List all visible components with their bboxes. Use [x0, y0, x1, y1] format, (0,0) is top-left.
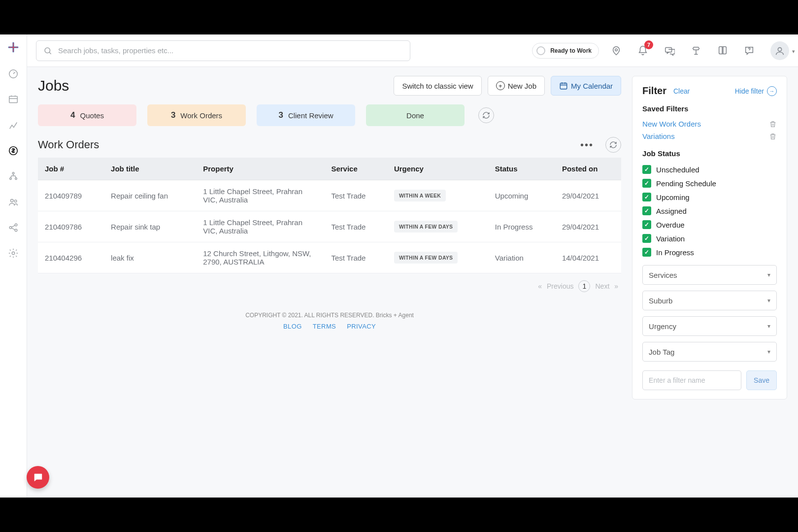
col-service[interactable]: Service — [324, 158, 387, 180]
status-label: Pending Schedule — [656, 179, 716, 188]
status-checkbox-row[interactable]: ✓Assigned — [642, 204, 777, 218]
urgency-dropdown[interactable]: Urgency▾ — [642, 316, 777, 336]
status-checkbox-row[interactable]: ✓Overdue — [642, 218, 777, 232]
nav-settings-icon[interactable] — [7, 247, 19, 259]
messages-icon[interactable] — [660, 41, 679, 60]
chevron-down-icon: ▾ — [767, 348, 770, 355]
status-dot-icon — [536, 46, 545, 55]
col-status[interactable]: Status — [488, 158, 555, 180]
status-label: Unscheduled — [656, 166, 699, 174]
chevron-down-icon: ▾ — [767, 297, 770, 304]
cell-property: 12 Church Street, Lithgow, NSW, 2790, AU… — [196, 242, 324, 273]
filter-clear-link[interactable]: Clear — [673, 87, 690, 95]
ready-to-work-toggle[interactable]: Ready to Work — [532, 43, 599, 59]
footer-privacy-link[interactable]: PRIVACY — [347, 323, 376, 330]
chevron-down-icon: ▾ — [792, 48, 795, 55]
switch-classic-button[interactable]: Switch to classic view — [394, 76, 481, 96]
col-job-title[interactable]: Job title — [104, 158, 196, 180]
cell-job-title: Repair ceiling fan — [104, 180, 196, 211]
nav-dashboard-icon[interactable] — [7, 68, 19, 80]
search-box[interactable] — [36, 40, 410, 61]
status-checkbox-row[interactable]: ✓In Progress — [642, 245, 777, 259]
svg-point-15 — [778, 47, 781, 51]
pager-page-1[interactable]: 1 — [578, 280, 590, 292]
footer-blog-link[interactable]: BLOG — [283, 323, 302, 330]
jobs-table: Job # Job title Property Service Urgency… — [38, 158, 621, 273]
checkbox-checked-icon: ✓ — [642, 165, 651, 174]
saved-filters-heading: Saved Filters — [642, 104, 777, 113]
pagination: « Previous 1 Next » — [38, 273, 621, 299]
refresh-tabs-button[interactable] — [478, 107, 494, 123]
checkbox-checked-icon: ✓ — [642, 206, 651, 215]
cell-posted: 29/04/2021 — [555, 180, 621, 211]
checkbox-checked-icon: ✓ — [642, 220, 651, 229]
help-icon[interactable] — [740, 41, 759, 60]
milestone-icon[interactable] — [687, 41, 705, 60]
nav-reports-icon[interactable] — [7, 119, 19, 131]
col-job-no[interactable]: Job # — [38, 158, 104, 180]
checkbox-checked-icon: ✓ — [642, 193, 651, 201]
tab-quotes[interactable]: 4Quotes — [38, 104, 136, 126]
svg-point-6 — [11, 200, 14, 202]
my-calendar-button[interactable]: My Calendar — [551, 76, 621, 96]
nav-jobs-icon[interactable] — [7, 94, 19, 105]
delete-filter-button[interactable] — [769, 133, 777, 140]
table-row[interactable]: 210409786Repair sink tap1 Little Chapel … — [38, 211, 621, 242]
location-icon[interactable] — [607, 41, 626, 60]
hide-filter-link[interactable]: Hide filter → — [735, 86, 777, 96]
status-label: Variation — [656, 234, 685, 243]
nav-finance-icon[interactable] — [7, 145, 19, 157]
nav-contacts-icon[interactable] — [7, 196, 19, 208]
notification-badge: 7 — [644, 40, 653, 49]
more-options-button[interactable]: ••• — [580, 139, 594, 151]
save-filter-button[interactable]: Save — [746, 370, 777, 390]
pager-prev[interactable]: Previous — [547, 282, 573, 290]
svg-point-4 — [10, 178, 12, 180]
saved-filter-link[interactable]: New Work Orders — [642, 120, 701, 128]
filter-name-input[interactable] — [642, 370, 741, 390]
col-property[interactable]: Property — [196, 158, 324, 180]
filter-title: Filter — [642, 85, 666, 97]
chevron-down-icon: ▾ — [767, 323, 770, 330]
knowledge-icon[interactable] — [713, 41, 732, 60]
svg-point-5 — [15, 178, 17, 180]
table-row[interactable]: 210409789Repair ceiling fan1 Little Chap… — [38, 180, 621, 211]
cell-service: Test Trade — [324, 242, 387, 273]
nav-org-icon[interactable] — [7, 170, 19, 182]
cell-job-no: 210409789 — [38, 180, 104, 211]
user-menu[interactable]: ▾ — [770, 41, 789, 60]
status-checkbox-row[interactable]: ✓Variation — [642, 232, 777, 245]
chat-widget[interactable] — [27, 466, 49, 489]
refresh-table-button[interactable] — [605, 137, 621, 153]
svg-point-7 — [14, 200, 17, 202]
delete-filter-button[interactable] — [769, 120, 777, 128]
status-checkbox-row[interactable]: ✓Upcoming — [642, 190, 777, 204]
search-input[interactable] — [58, 46, 403, 55]
col-urgency[interactable]: Urgency — [387, 158, 488, 180]
jobtag-dropdown[interactable]: Job Tag▾ — [642, 342, 777, 362]
svg-rect-1 — [9, 97, 18, 103]
notifications-icon[interactable]: 7 — [633, 41, 652, 60]
status-checkbox-row[interactable]: ✓Unscheduled — [642, 163, 777, 176]
status-checkbox-row[interactable]: ✓Pending Schedule — [642, 176, 777, 190]
tab-work-orders[interactable]: 3Work Orders — [147, 104, 246, 126]
filter-panel: Filter Clear Hide filter → Saved Filters… — [632, 76, 787, 399]
new-job-button[interactable]: +New Job — [488, 76, 545, 96]
footer-terms-link[interactable]: TERMS — [313, 323, 336, 330]
arrow-right-icon: → — [767, 86, 777, 96]
saved-filter-link[interactable]: Variations — [642, 132, 675, 140]
tab-done[interactable]: Done — [366, 104, 465, 126]
pager-last[interactable]: » — [614, 282, 618, 290]
col-posted[interactable]: Posted on — [555, 158, 621, 180]
cell-urgency: WITHIN A FEW DAYS — [387, 242, 488, 273]
pager-first[interactable]: « — [538, 282, 542, 290]
services-dropdown[interactable]: Services▾ — [642, 265, 777, 285]
cell-property: 1 Little Chapel Street, Prahran VIC, Aus… — [196, 211, 324, 242]
page-title: Jobs — [38, 77, 69, 94]
tab-client-review[interactable]: 3Client Review — [257, 104, 355, 126]
sidebar — [0, 34, 27, 498]
pager-next[interactable]: Next — [595, 282, 609, 290]
nav-share-icon[interactable] — [7, 222, 19, 233]
table-row[interactable]: 210404296leak fix12 Church Street, Lithg… — [38, 242, 621, 273]
suburb-dropdown[interactable]: Suburb▾ — [642, 291, 777, 310]
